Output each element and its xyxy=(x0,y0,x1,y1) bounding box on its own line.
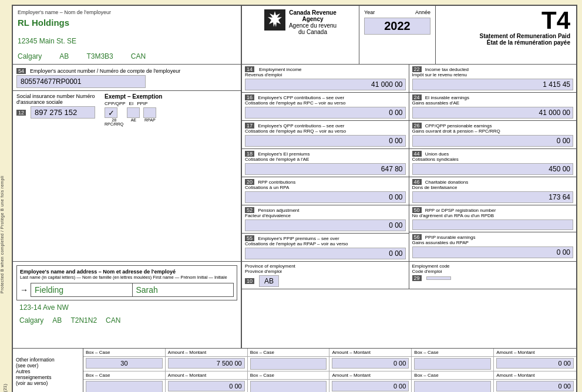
field-46-value: 173 64 xyxy=(412,191,574,203)
other-info-en2: (see over) xyxy=(16,363,80,369)
ei-checkbox[interactable] xyxy=(127,107,140,118)
cra-fr2: du Canada xyxy=(289,29,337,35)
fields-col1: 14 Employment income Revenus d'emploi 41… xyxy=(242,65,409,261)
field-18-value: 647 80 xyxy=(245,163,406,175)
oi-hdr-amt2: Amount – Montant xyxy=(329,349,412,356)
ta-label: T4 (21) xyxy=(2,384,8,392)
oi2-val-amt3: 0 00 xyxy=(494,380,576,392)
emp-last-name: Fielding xyxy=(31,283,133,296)
oi-val-box1: 30 xyxy=(83,357,166,371)
prov-empcode-row: Province of employment Province d'emploi… xyxy=(242,262,576,289)
field-14-value: 41 000 00 xyxy=(245,79,406,90)
fields-col2: 22 Income tax deducted Impôt sur le reve… xyxy=(409,65,577,261)
oi2-amt1-input[interactable]: 0 00 xyxy=(168,381,245,391)
field-50-label-fr: No d'agrément d'un RPA ou d'un RPDB xyxy=(412,213,574,218)
t4-subtitle-2: État de la rémunération payée xyxy=(442,39,570,46)
oi2-val-amt2: 0 00 xyxy=(329,380,412,392)
oi2-box3-input[interactable] xyxy=(414,381,491,392)
oi2-amt3-input[interactable]: 0 00 xyxy=(496,381,574,391)
sin-row: 12 897 275 152 xyxy=(16,106,95,119)
oi-amt3-input[interactable]: 0 00 xyxy=(496,358,574,369)
field-50-label-en: 50 RPP or DPSP registration number xyxy=(412,207,574,213)
oi-hdr2-box3: Box – Case xyxy=(412,371,494,379)
ppip-checkbox[interactable] xyxy=(143,107,156,118)
emp-address: 123-14 Ave NW xyxy=(16,300,237,312)
emp-name-row: → Fielding Sarah xyxy=(20,283,234,297)
field-16-num: 16 xyxy=(245,94,254,100)
sin-value: 897 275 152 xyxy=(31,106,95,119)
empcode-label-en: Employment code xyxy=(412,263,574,269)
oi-box2-input[interactable] xyxy=(250,358,327,370)
ae-label: AE xyxy=(127,118,140,122)
empcode-label-fr: Code d'emploi xyxy=(412,269,574,274)
field-14-label-fr: Revenus d'emploi xyxy=(245,72,406,77)
oi2-box1-input[interactable] xyxy=(86,381,163,392)
protected-label: Protected B when completed / Protège B u… xyxy=(0,59,5,293)
arrow-icon: → xyxy=(20,285,28,295)
other-info-values-row2: 0 00 0 00 0 00 xyxy=(83,380,576,392)
sin-block: Social insurance number Numéro d'assuran… xyxy=(16,93,95,119)
field-52-block: 52 Pension adjustment Facteur d'équivale… xyxy=(242,205,409,234)
field-44-label-fr: Cotisations syndicales xyxy=(412,157,574,162)
year-labels: Year Année xyxy=(364,9,430,15)
emp-name-inputs: Fielding Sarah xyxy=(31,283,234,297)
exempt-row: CPP/QPP EI PPIP xyxy=(105,101,162,106)
exempt-ppip-label: PPIP xyxy=(137,101,147,106)
exempt-block: Exempt – Exemption CPP/QPP EI PPIP ✓ xyxy=(105,93,162,126)
oi-hdr2-box2: Box – Case xyxy=(248,371,330,379)
cra-logo-block: Canada Revenue Agency Agence du revenu d… xyxy=(242,6,359,64)
oi2-amt2-input[interactable]: 0 00 xyxy=(332,381,409,391)
other-info-header-row: Box – Case Amount – Montant Box – Case A… xyxy=(83,349,576,357)
field-44-value: 450 00 xyxy=(412,163,574,175)
exempt-ei-label: EI xyxy=(129,101,134,106)
employer-province: AB xyxy=(59,52,69,60)
employer-city: Calgary xyxy=(18,52,42,60)
field-52-label-fr: Facteur d'équivalence xyxy=(245,213,406,218)
right-fields-block: 14 Employment income Revenus d'emploi 41… xyxy=(242,65,576,261)
sin-exempt-block: Social insurance number Numéro d'assuran… xyxy=(13,91,241,129)
field-50-block: 50 RPP or DPSP registration number No d'… xyxy=(409,205,577,232)
field-16-value: 0 00 xyxy=(245,107,406,119)
prov-label-fr: Province d'emploi xyxy=(245,269,406,274)
t4-form: Employer's name – Nom de l'employeur RL … xyxy=(12,5,577,392)
oi-val-amt3: 0 00 xyxy=(494,357,576,371)
prov-value: AB xyxy=(259,275,279,287)
oi-amt2-input[interactable]: 0 00 xyxy=(332,358,409,369)
field-14-num: 14 xyxy=(245,66,254,72)
field-50-num: 50 xyxy=(412,207,422,213)
oi-hdr-amt1: Amount – Montant xyxy=(166,349,248,356)
oi2-val-box3 xyxy=(412,380,494,392)
oi2-box2-input[interactable] xyxy=(250,381,327,392)
field-26-num: 26 xyxy=(412,123,422,129)
maple-leaf-icon xyxy=(264,9,285,31)
oi-box3-input[interactable] xyxy=(414,358,491,370)
field-22-block: 22 Income tax deducted Impôt sur le reve… xyxy=(409,65,577,93)
field-22-value: 1 415 45 xyxy=(412,79,574,90)
emp-postal: T2N1N2 xyxy=(70,316,97,325)
field-14-label-en: Employment income xyxy=(259,67,301,72)
other-info-fr: Autres xyxy=(16,369,80,374)
prov-value-row: 10 AB xyxy=(245,275,406,287)
empcode-value xyxy=(426,276,451,280)
oi-hdr-box2: Box – Case xyxy=(248,349,330,356)
body-right: Province of employment Province d'emploi… xyxy=(242,262,576,348)
oi-hdr-box1: Box – Case xyxy=(83,349,166,356)
field-20-label-fr: Cotisations à un RPA xyxy=(245,185,406,190)
emp-province: AB xyxy=(52,316,62,325)
employer-address: 12345 Main St. SE xyxy=(18,37,236,45)
cra-fr1: Agence du revenu xyxy=(289,22,337,29)
oi-box1-input[interactable]: 30 xyxy=(86,358,163,369)
oi-hdr2-amt1: Amount – Montant xyxy=(166,371,248,379)
exempt-title: Exempt – Exemption xyxy=(105,93,162,100)
exempt-cpp-label: CPP/QPP xyxy=(105,101,126,106)
field-46-num: 46 xyxy=(412,179,422,185)
oi-amt1-input[interactable]: 7 500 00 xyxy=(168,358,245,369)
field-16-label-en: 16 Employee's CPP contributions – see ov… xyxy=(245,94,406,100)
cpp-checkbox[interactable]: ✓ xyxy=(105,107,117,118)
emp-country: CAN xyxy=(106,316,120,325)
field-46-label-fr: Dons de bienfaisance xyxy=(412,185,574,190)
cpp-check-mark: ✓ xyxy=(108,109,115,117)
other-info-values-row1: 30 7 500 00 0 00 0 00 xyxy=(83,357,576,371)
sin-box-num: 12 xyxy=(16,110,26,116)
oi-val-box3 xyxy=(412,357,494,371)
